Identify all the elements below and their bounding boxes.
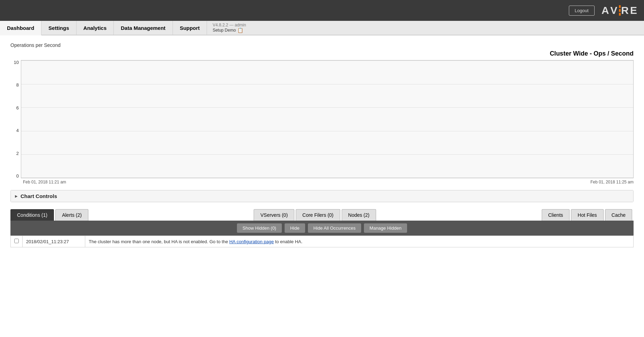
gridline-0	[21, 178, 633, 178]
setup-demo-label: Setup Demo	[213, 28, 236, 33]
table-row: 2018/02/01_11:23:27 The cluster has more…	[11, 236, 634, 247]
hide-button[interactable]: Hide	[285, 223, 305, 233]
row-message: The cluster has more than one node, but …	[85, 236, 634, 247]
avere-logo: A V R E	[602, 5, 638, 16]
x-label-start: Feb 01, 2018 11:21 am	[23, 180, 66, 184]
y-label-10: 10	[14, 60, 19, 65]
conditions-table: 2018/02/01_11:23:27 The cluster has more…	[10, 236, 634, 247]
y-axis: 10 8 6 4 2 0	[10, 60, 21, 178]
y-label-6: 6	[16, 106, 19, 110]
version-text: V4.8.2.2 --- admin	[213, 23, 246, 27]
tab-conditions[interactable]: Conditions (1)	[10, 209, 54, 221]
header-right: Logout A V R E	[569, 5, 638, 16]
logo-e2: E	[630, 5, 638, 16]
chart-controls-section: ▶ Chart Controls	[10, 190, 634, 202]
ha-config-link[interactable]: HA configuration page	[229, 239, 274, 244]
logo-e-icon	[619, 5, 621, 16]
row-timestamp: 2018/02/01_11:23:27	[23, 236, 85, 247]
gridline-20	[21, 154, 633, 155]
row-checkbox-cell	[11, 236, 23, 247]
gridline-60	[21, 107, 633, 108]
logo-r: R	[621, 5, 630, 16]
logout-button[interactable]: Logout	[569, 6, 595, 16]
tabs-section: Conditions (1) Alerts (2) VServers (0) C…	[10, 209, 634, 247]
message-prefix: The cluster has more than one node, but …	[89, 239, 229, 244]
gridline-80	[21, 84, 633, 84]
y-label-2: 2	[16, 151, 19, 156]
tab-vservers[interactable]: VServers (0)	[254, 209, 294, 221]
chart-container: 10 8 6 4 2 0	[10, 60, 634, 178]
x-axis-labels: Feb 01, 2018 11:21 am Feb 01, 2018 11:25…	[10, 180, 634, 184]
tab-analytics[interactable]: Analytics	[77, 21, 114, 35]
tab-alerts[interactable]: Alerts (2)	[55, 209, 88, 221]
tab-data-management[interactable]: Data Management	[114, 21, 173, 35]
gridline-top	[21, 60, 633, 61]
tab-hot-files[interactable]: Hot Files	[571, 209, 603, 221]
nav-bar: Dashboard Settings Analytics Data Manage…	[0, 21, 644, 35]
chart-title: Cluster Wide - Ops / Second	[10, 50, 634, 57]
hide-all-button[interactable]: Hide All Occurrences	[308, 223, 361, 233]
main-content: Operations per Second Cluster Wide - Ops…	[0, 35, 644, 337]
logo-v: V	[610, 5, 619, 16]
tab-cache[interactable]: Cache	[605, 209, 632, 221]
chart-section: Operations per Second Cluster Wide - Ops…	[10, 42, 634, 184]
tab-clients[interactable]: Clients	[542, 209, 570, 221]
y-label-4: 4	[16, 128, 19, 133]
logo-a: A	[602, 5, 611, 16]
tab-core-filers[interactable]: Core Filers (0)	[296, 209, 340, 221]
chart-controls-header[interactable]: ▶ Chart Controls	[11, 190, 633, 202]
manage-hidden-button[interactable]: Manage Hidden	[364, 223, 407, 233]
tab-nodes[interactable]: Nodes (2)	[342, 209, 376, 221]
nav-info: V4.8.2.2 --- admin Setup Demo 📋	[207, 21, 252, 35]
sub-action-bar: Show Hidden (0) Hide Hide All Occurrence…	[10, 221, 634, 236]
tabs-row: Conditions (1) Alerts (2) VServers (0) C…	[10, 209, 634, 221]
chart-label: Operations per Second	[10, 42, 634, 48]
x-label-end: Feb 01, 2018 11:25 am	[590, 180, 634, 184]
setup-demo-link[interactable]: Setup Demo 📋	[213, 27, 246, 33]
tab-settings[interactable]: Settings	[41, 21, 76, 35]
row-checkbox[interactable]	[14, 239, 19, 243]
show-hidden-button[interactable]: Show Hidden (0)	[237, 223, 282, 233]
y-label-8: 8	[16, 83, 19, 87]
message-suffix: to enable HA.	[275, 239, 303, 244]
y-label-0: 0	[16, 174, 19, 178]
tab-support[interactable]: Support	[173, 21, 207, 35]
tab-dashboard[interactable]: Dashboard	[0, 21, 41, 35]
document-icon: 📋	[237, 27, 243, 33]
chart-area	[21, 60, 634, 178]
chart-controls-arrow-icon: ▶	[15, 194, 18, 198]
chart-controls-title: Chart Controls	[21, 193, 57, 199]
gridline-40	[21, 131, 633, 131]
header: Logout A V R E	[0, 0, 644, 21]
